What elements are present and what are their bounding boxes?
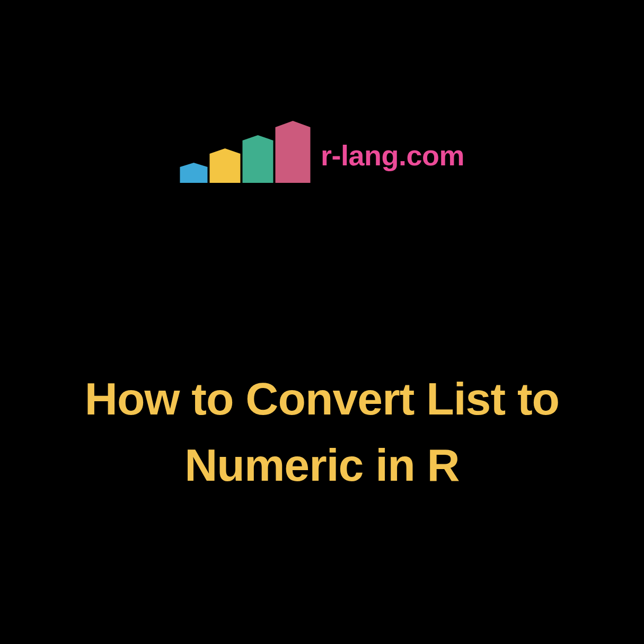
logo-section: r-lang.com xyxy=(180,127,464,183)
bar-chart-icon-pink xyxy=(275,127,310,183)
page-title: How to Convert List to Numeric in R xyxy=(0,366,644,498)
domain-text: r-lang.com xyxy=(321,139,464,172)
bar-chart-icon-blue xyxy=(180,167,207,183)
bar-chart-icon-green xyxy=(242,140,273,183)
logo-bars xyxy=(180,127,310,183)
bar-chart-icon-yellow xyxy=(209,154,240,183)
